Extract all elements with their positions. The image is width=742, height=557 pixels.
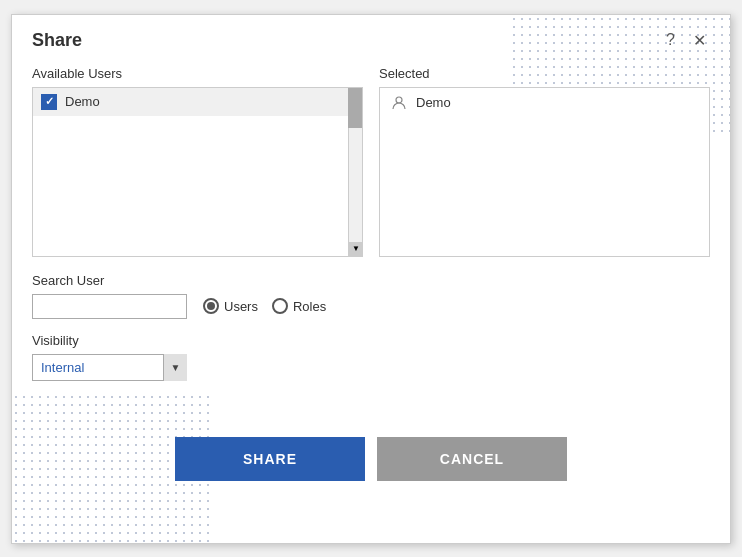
search-row: Users Roles <box>32 294 710 319</box>
visibility-select-wrapper: Internal Public Private ▼ <box>32 354 187 381</box>
dialog-footer: SHARE CANCEL <box>12 421 730 497</box>
header-icons: ? ✕ <box>662 29 710 52</box>
users-columns: Available Users Demo ▼ Selected <box>32 66 710 257</box>
radio-roles-text: Roles <box>293 299 326 314</box>
selected-list[interactable]: Demo <box>379 87 710 257</box>
available-users-label: Available Users <box>32 66 363 81</box>
search-section: Search User Users Roles <box>32 273 710 319</box>
visibility-section: Visibility Internal Public Private ▼ <box>32 333 710 381</box>
available-user-name: Demo <box>65 94 100 109</box>
radio-users-text: Users <box>224 299 258 314</box>
checkbox-checked-icon <box>41 94 57 110</box>
radio-users-label[interactable]: Users <box>203 298 258 314</box>
svg-point-0 <box>396 97 402 103</box>
close-button[interactable]: ✕ <box>689 29 710 52</box>
visibility-select[interactable]: Internal Public Private <box>32 354 187 381</box>
available-users-list[interactable]: Demo ▼ <box>32 87 363 257</box>
scrollbar-thumb <box>348 88 362 128</box>
share-button[interactable]: SHARE <box>175 437 365 481</box>
scroll-down-arrow[interactable]: ▼ <box>349 242 363 256</box>
search-input[interactable] <box>32 294 187 319</box>
radio-users-icon <box>203 298 219 314</box>
user-icon <box>390 94 408 112</box>
list-item[interactable]: Demo <box>33 88 362 116</box>
cancel-button[interactable]: CANCEL <box>377 437 567 481</box>
dialog-title: Share <box>32 30 82 51</box>
selected-label: Selected <box>379 66 710 81</box>
available-users-column: Available Users Demo ▼ <box>32 66 363 257</box>
radio-roles-icon <box>272 298 288 314</box>
dialog-header: Share ? ✕ <box>32 29 710 52</box>
radio-roles-label[interactable]: Roles <box>272 298 326 314</box>
selected-column: Selected Demo <box>379 66 710 257</box>
share-dialog: Share ? ✕ Available Users Demo ▼ <box>11 14 731 544</box>
selected-item: Demo <box>380 88 709 118</box>
selected-user-name: Demo <box>416 95 451 110</box>
visibility-label: Visibility <box>32 333 710 348</box>
scrollbar[interactable]: ▼ <box>348 88 362 256</box>
radio-group: Users Roles <box>203 298 326 314</box>
help-button[interactable]: ? <box>662 29 679 51</box>
search-label: Search User <box>32 273 710 288</box>
